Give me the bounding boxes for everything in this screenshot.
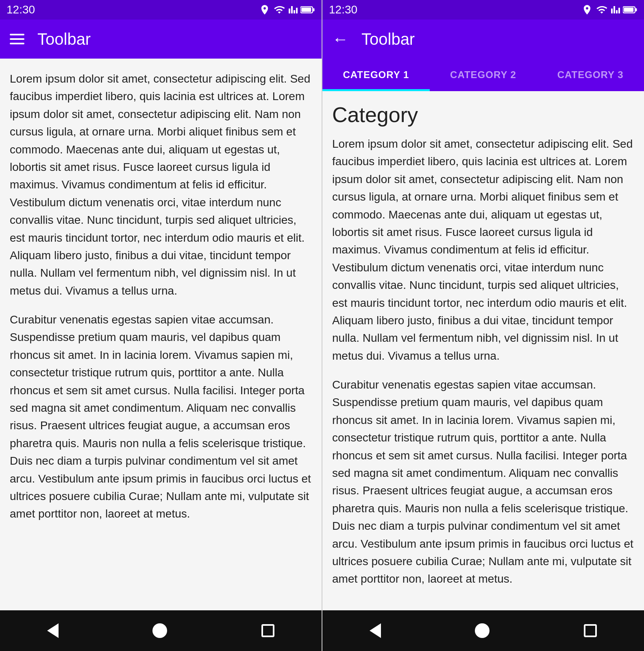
right-back-button[interactable]	[370, 623, 381, 638]
right-paragraph-2: Curabitur venenatis egestas sapien vitae…	[332, 376, 634, 588]
right-home-button[interactable]	[475, 623, 490, 638]
left-paragraph-1: Lorem ipsum dolor sit amet, consectetur …	[10, 70, 312, 299]
left-status-time: 12:30	[7, 3, 35, 16]
recent-square-icon	[584, 624, 597, 637]
left-recent-button[interactable]	[261, 624, 274, 637]
left-back-button[interactable]	[47, 623, 59, 638]
tab-category-1[interactable]: CATEGORY 1	[322, 59, 430, 91]
tab-category-2[interactable]: CATEGORY 2	[430, 59, 537, 91]
battery-icon	[300, 5, 315, 15]
left-toolbar: Toolbar	[0, 20, 322, 59]
home-circle-icon	[475, 623, 490, 638]
category-heading: Category	[332, 103, 634, 127]
tab-category-3[interactable]: CATEGORY 3	[537, 59, 644, 91]
left-status-icons	[259, 4, 315, 15]
hamburger-menu-button[interactable]	[10, 34, 24, 44]
right-toolbar-title: Toolbar	[361, 30, 415, 48]
right-nav-bar	[322, 610, 644, 651]
back-triangle-icon	[370, 623, 381, 638]
recent-square-icon	[261, 624, 274, 637]
svg-rect-5	[635, 8, 637, 11]
svg-rect-2	[313, 8, 315, 11]
right-content-area: Category Lorem ipsum dolor sit amet, con…	[322, 91, 644, 610]
right-recent-button[interactable]	[584, 624, 597, 637]
svg-rect-4	[624, 8, 633, 12]
signal-icon	[611, 4, 620, 15]
signal-icon	[288, 4, 298, 15]
left-toolbar-title: Toolbar	[37, 30, 91, 48]
wifi-icon	[595, 4, 608, 15]
svg-rect-1	[301, 8, 311, 12]
left-paragraph-2: Curabitur venenatis egestas sapien vitae…	[10, 311, 312, 523]
location-icon	[581, 4, 593, 15]
right-toolbar: ← Toolbar	[322, 20, 644, 59]
left-status-bar: 12:30	[0, 0, 322, 20]
left-nav-bar	[0, 610, 322, 651]
home-circle-icon	[152, 623, 167, 638]
right-status-bar: 12:30	[322, 0, 644, 20]
right-status-icons	[581, 4, 637, 15]
battery-icon	[623, 5, 637, 15]
right-phone: 12:30 ← Toolbar CATEGORY 1 CATEGORY 2 CA…	[322, 0, 644, 651]
left-phone: 12:30 Toolbar Lorem ipsum dolor sit amet…	[0, 0, 322, 651]
wifi-icon	[273, 4, 286, 15]
right-paragraph-1: Lorem ipsum dolor sit amet, consectetur …	[332, 135, 634, 365]
tabs-bar: CATEGORY 1 CATEGORY 2 CATEGORY 3	[322, 59, 644, 91]
left-content-area: Lorem ipsum dolor sit amet, consectetur …	[0, 59, 322, 610]
left-home-button[interactable]	[152, 623, 167, 638]
back-arrow-button[interactable]: ←	[332, 30, 348, 48]
back-triangle-icon	[47, 623, 59, 638]
right-status-time: 12:30	[329, 3, 357, 16]
location-icon	[259, 4, 270, 15]
